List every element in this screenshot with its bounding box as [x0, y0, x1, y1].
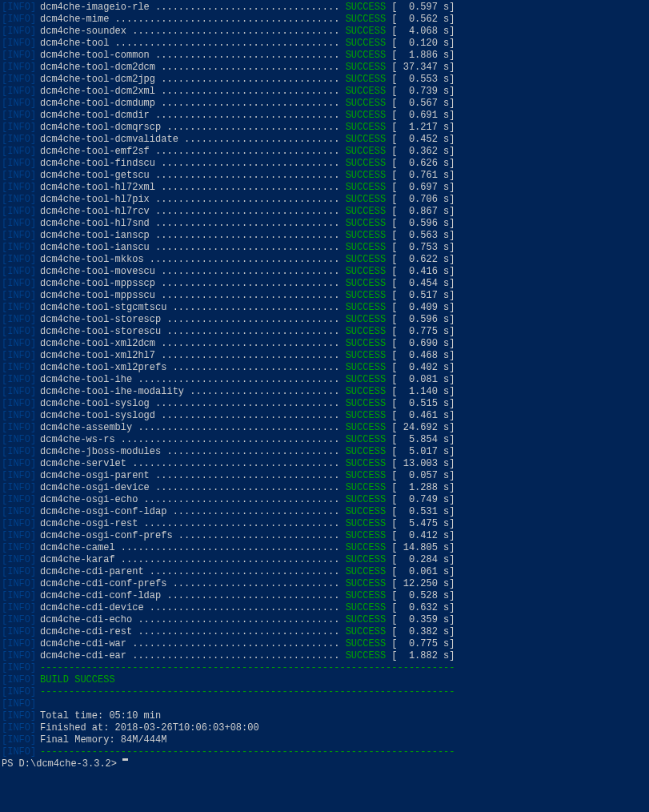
module-status: SUCCESS	[346, 518, 386, 530]
module-name: dcm4che-tool-hl72xml ...................…	[40, 182, 346, 194]
module-name: dcm4che-tool-findscu ...................…	[40, 158, 346, 170]
module-time: [ 1.288 s]	[386, 482, 455, 494]
terminal-output: [INFO] dcm4che-imageio-rle .............…	[0, 0, 649, 770]
module-status: SUCCESS	[346, 122, 386, 134]
module-time: [ 0.531 s]	[386, 506, 455, 518]
module-time: [ 0.632 s]	[386, 602, 455, 614]
module-name: dcm4che-tool-stgcmtscu .................…	[40, 302, 346, 314]
module-time: [ 0.402 s]	[386, 362, 455, 374]
module-name: dcm4che-tool-hl7pix ....................…	[40, 194, 346, 206]
log-level-tag: [INFO]	[2, 398, 40, 410]
log-level-tag: [INFO]	[2, 170, 40, 182]
module-name: dcm4che-karaf ..........................…	[40, 554, 346, 566]
module-status: SUCCESS	[346, 242, 386, 254]
module-time: [ 5.017 s]	[386, 446, 455, 458]
module-status: SUCCESS	[346, 314, 386, 326]
log-level-tag: [INFO]	[2, 110, 40, 122]
module-time: [ 0.412 s]	[386, 530, 455, 542]
log-level-tag: [INFO]	[2, 578, 40, 590]
module-status: SUCCESS	[346, 626, 386, 638]
build-module-line: [INFO] dcm4che-ws-rs ...................…	[2, 434, 649, 446]
log-level-tag: [INFO]	[2, 434, 40, 446]
log-level-tag: [INFO]	[2, 362, 40, 374]
log-level-tag: [INFO]	[2, 590, 40, 602]
build-module-line: [INFO] dcm4che-tool-mppsscu ............…	[2, 290, 649, 302]
module-status: SUCCESS	[346, 506, 386, 518]
module-time: [ 1.140 s]	[386, 386, 455, 398]
build-module-line: [INFO] dcm4che-tool-ianscp .............…	[2, 230, 649, 242]
module-status: SUCCESS	[346, 86, 386, 98]
summary-total-time-line: [INFO] Total time: 05:10 min	[2, 710, 649, 722]
module-time: [ 0.596 s]	[386, 314, 455, 326]
build-module-line: [INFO] dcm4che-servlet .................…	[2, 458, 649, 470]
log-level-tag: [INFO]	[2, 530, 40, 542]
module-time: [ 0.867 s]	[386, 206, 455, 218]
module-name: dcm4che-tool-dcmvalidate ...............…	[40, 134, 346, 146]
log-level-tag: [INFO]	[2, 422, 40, 434]
shell-prompt[interactable]: PS D:\dcm4che-3.3.2>	[2, 758, 122, 770]
module-name: dcm4che-cdi-conf-ldap ..................…	[40, 590, 346, 602]
module-name: dcm4che-tool-xml2dcm ...................…	[40, 338, 346, 350]
build-module-line: [INFO] dcm4che-tool-ihe-modality .......…	[2, 386, 649, 398]
build-module-line: [INFO] dcm4che-tool-dcmqrscp ...........…	[2, 122, 649, 134]
log-level-tag: [INFO]	[2, 122, 40, 134]
build-module-line: [INFO] dcm4che-tool-hl7rcv .............…	[2, 206, 649, 218]
build-module-line: [INFO] dcm4che-osgi-device .............…	[2, 482, 649, 494]
module-name: dcm4che-osgi-conf-ldap .................…	[40, 506, 346, 518]
module-name: dcm4che-tool-ianscp ....................…	[40, 230, 346, 242]
module-status: SUCCESS	[346, 50, 386, 62]
separator-line: [INFO] ---------------------------------…	[2, 686, 649, 698]
log-level-tag: [INFO]	[2, 38, 40, 50]
module-status: SUCCESS	[346, 434, 386, 446]
module-status: SUCCESS	[346, 458, 386, 470]
module-status: SUCCESS	[346, 578, 386, 590]
build-result: BUILD SUCCESS	[40, 674, 115, 686]
build-module-line: [INFO] dcm4che-tool-dcmdump ............…	[2, 98, 649, 110]
module-status: SUCCESS	[346, 266, 386, 278]
module-status: SUCCESS	[346, 62, 386, 74]
build-module-line: [INFO] dcm4che-tool-hl7pix .............…	[2, 194, 649, 206]
module-status: SUCCESS	[346, 170, 386, 182]
log-level-tag: [INFO]	[2, 158, 40, 170]
module-status: SUCCESS	[346, 194, 386, 206]
module-name: dcm4che-mime ...........................…	[40, 14, 346, 26]
module-status: SUCCESS	[346, 350, 386, 362]
module-name: dcm4che-tool-dcmqrscp ..................…	[40, 122, 346, 134]
module-status: SUCCESS	[346, 554, 386, 566]
module-time: [ 0.517 s]	[386, 290, 455, 302]
log-level-tag: [INFO]	[2, 134, 40, 146]
module-time: [ 13.003 s]	[386, 458, 455, 470]
summary-total-time: Total time: 05:10 min	[40, 710, 161, 722]
log-level-tag: [INFO]	[2, 2, 40, 14]
log-level-tag: [INFO]	[2, 314, 40, 326]
module-status: SUCCESS	[346, 470, 386, 482]
build-module-line: [INFO] dcm4che-tool ....................…	[2, 38, 649, 50]
module-status: SUCCESS	[346, 446, 386, 458]
build-module-line: [INFO] dcm4che-tool-ihe ................…	[2, 374, 649, 386]
module-name: dcm4che-tool-storescp ..................…	[40, 314, 346, 326]
module-time: [ 0.626 s]	[386, 158, 455, 170]
module-time: [ 0.739 s]	[386, 86, 455, 98]
log-level-tag: [INFO]	[2, 266, 40, 278]
module-status: SUCCESS	[346, 614, 386, 626]
module-status: SUCCESS	[346, 74, 386, 86]
log-level-tag: [INFO]	[2, 554, 40, 566]
prompt-line[interactable]: PS D:\dcm4che-3.3.2>	[2, 758, 649, 770]
log-level-tag: [INFO]	[2, 302, 40, 314]
module-name: dcm4che-servlet ........................…	[40, 458, 346, 470]
module-status: SUCCESS	[346, 158, 386, 170]
separator: ----------------------------------------…	[40, 686, 455, 698]
module-time: [ 5.475 s]	[386, 518, 455, 530]
build-module-line: [INFO] dcm4che-cdi-rest ................…	[2, 626, 649, 638]
module-name: dcm4che-cdi-echo .......................…	[40, 614, 346, 626]
summary-finished-at: Finished at: 2018-03-26T10:06:03+08:00	[40, 722, 259, 734]
module-name: dcm4che-ws-rs ..........................…	[40, 434, 346, 446]
log-level-tag: [INFO]	[2, 50, 40, 62]
log-level-tag: [INFO]	[2, 710, 40, 722]
log-level-tag: [INFO]	[2, 254, 40, 266]
build-module-line: [INFO] dcm4che-mime ....................…	[2, 14, 649, 26]
log-level-tag: [INFO]	[2, 494, 40, 506]
log-level-tag: [INFO]	[2, 206, 40, 218]
module-time: [ 0.081 s]	[386, 374, 455, 386]
module-time: [ 0.452 s]	[386, 134, 455, 146]
